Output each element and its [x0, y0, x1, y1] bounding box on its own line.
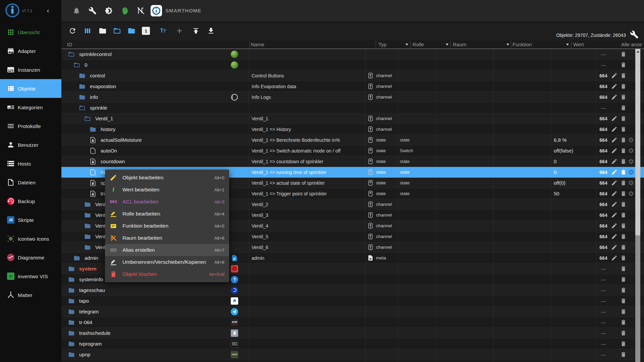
context-menu-item-raum-bearbeiten[interactable]: Raum bearbeitenAlt+6: [105, 232, 229, 244]
object-row-sprinkle[interactable]: sprinkle—: [61, 103, 644, 113]
delete-object-icon[interactable]: [620, 212, 627, 218]
custom-settings-gear-icon[interactable]: [628, 180, 634, 186]
delete-object-icon[interactable]: [620, 83, 627, 89]
tree-toggle[interactable]: [68, 328, 75, 338]
tree-toggle[interactable]: [90, 188, 96, 199]
sidebar-item-benutzer[interactable]: Benutzer: [0, 135, 61, 154]
delete-object-icon[interactable]: [620, 287, 627, 293]
object-row-history[interactable]: historyVentil_1 => Historychannel664: [61, 124, 644, 135]
expert-mode-icon[interactable]: [121, 7, 129, 15]
acl-badge[interactable]: 664: [597, 253, 609, 263]
acl-badge[interactable]: 664: [597, 145, 609, 156]
object-row-Ventil_1[interactable]: Ventil_1Ventil_1channel664: [61, 113, 644, 124]
tree-toggle[interactable]: [90, 135, 96, 145]
filter-dropdown-arrow-icon[interactable]: [446, 44, 448, 47]
context-menu-item-funktion-bearbeiten[interactable]: Funktion bearbeitenAlt+5: [105, 220, 229, 232]
acl-badge[interactable]: 664: [597, 242, 609, 252]
tree-toggle[interactable]: [90, 167, 96, 177]
delete-object-icon[interactable]: [620, 51, 627, 57]
tree-toggle[interactable]: [79, 92, 86, 102]
delete-object-icon[interactable]: [620, 341, 627, 347]
edit-object-icon[interactable]: [611, 158, 618, 165]
delete-object-icon[interactable]: [620, 265, 627, 272]
edit-object-icon[interactable]: [611, 137, 618, 143]
custom-settings-gear-icon[interactable]: [628, 169, 634, 175]
tree-toggle[interactable]: [84, 231, 91, 242]
acl-badge[interactable]: 664: [597, 81, 609, 92]
acl-badge[interactable]: 664: [597, 221, 609, 231]
delete-object-icon[interactable]: [620, 244, 627, 250]
context-menu-item-objekt-bearbeiten[interactable]: Objekt bearbeitenAlt+0: [105, 172, 229, 184]
tree-toggle[interactable]: [79, 81, 86, 92]
object-row-upnp[interactable]: upnpUPnP—: [61, 349, 644, 360]
tree-toggle[interactable]: [79, 70, 86, 81]
tree-toggle[interactable]: [68, 274, 75, 285]
acl-badge[interactable]: 664: [597, 231, 609, 242]
delete-object-icon[interactable]: [620, 351, 627, 358]
custom-settings-gear-icon[interactable]: [628, 158, 634, 165]
object-row-tvprogram[interactable]: tvprogramTV—: [61, 339, 644, 349]
object-row-actualSoilMoisture[interactable]: actualSoilMoistureVentil_1 => Berechnete…: [61, 135, 644, 145]
edit-object-icon[interactable]: [611, 233, 618, 240]
tree-toggle[interactable]: [68, 349, 75, 360]
edit-object-icon[interactable]: [611, 115, 618, 122]
edit-object-icon[interactable]: [611, 223, 618, 229]
delete-object-icon[interactable]: [620, 190, 627, 197]
acl-badge[interactable]: 664: [597, 70, 609, 81]
scrollbar-up-button[interactable]: [635, 49, 640, 54]
expand-all-button[interactable]: [113, 27, 121, 35]
tree-toggle[interactable]: [90, 156, 96, 167]
acl-badge[interactable]: 664: [597, 124, 609, 134]
delete-object-icon[interactable]: [620, 308, 627, 315]
object-row-tagesschau[interactable]: tagesschau—: [61, 285, 644, 296]
context-menu-item-wert-bearbeiten[interactable]: IWert bearbeitenAlt+1: [105, 184, 229, 196]
acl-badge[interactable]: 664: [597, 92, 609, 102]
delete-object-icon[interactable]: [620, 72, 627, 79]
tree-toggle[interactable]: [68, 306, 75, 317]
edit-object-icon[interactable]: [611, 180, 618, 186]
delete-object-icon[interactable]: [620, 94, 627, 100]
object-row-autoOn[interactable]: autoOnVentil_1 => Switch automatic mode …: [61, 145, 644, 156]
sidebar-item-diagramme[interactable]: Diagramme: [0, 248, 61, 267]
acl-badge[interactable]: 664: [597, 178, 609, 188]
column-header-rolle[interactable]: Rolle: [413, 42, 424, 47]
delete-object-icon[interactable]: [620, 330, 627, 336]
tree-toggle[interactable]: [84, 113, 91, 124]
tree-toggle[interactable]: [84, 221, 91, 231]
tree-toggle[interactable]: [84, 242, 91, 252]
object-row-info[interactable]: infoiInfo Logschannel664: [61, 92, 644, 103]
edit-object-icon[interactable]: [611, 83, 618, 89]
object-row-telegram[interactable]: telegram—: [61, 306, 644, 317]
context-menu-item-alias-erstellen[interactable]: Alias erstellenAlt+7: [105, 244, 229, 256]
edit-object-icon[interactable]: [611, 169, 618, 175]
column-header-raum[interactable]: Raum: [453, 42, 466, 47]
filter-dropdown-arrow-icon[interactable]: [566, 44, 569, 47]
acl-badge[interactable]: 664: [597, 199, 609, 209]
sidebar-item-objekte[interactable]: Objekte: [0, 79, 61, 98]
sidebar-collapse-chevron-icon[interactable]: ‹: [44, 6, 52, 15]
object-row-evaporation[interactable]: evaporationInfo Evaporation datachannel6…: [61, 81, 644, 92]
edit-object-icon[interactable]: [611, 147, 618, 154]
edit-object-icon[interactable]: [611, 255, 618, 261]
context-menu-item-umbenennen-verschieben-kopieren[interactable]: Umbenennen/Verschieben/KopierenAlt+8: [105, 256, 229, 268]
sidebar-item-icontwo-icons[interactable]: icontwo Icons: [0, 229, 61, 248]
tree-toggle[interactable]: [68, 263, 75, 274]
context-menu-item-objekt-löschen[interactable]: Objekt löschenAlt+Entf: [105, 268, 229, 280]
acl-badge[interactable]: 664: [597, 156, 609, 167]
tree-toggle[interactable]: [73, 60, 80, 70]
delete-object-icon[interactable]: [620, 255, 627, 261]
sidebar-item-dateien[interactable]: Dateien: [0, 173, 61, 192]
export-button[interactable]: [207, 27, 215, 35]
delete-object-icon[interactable]: [620, 169, 627, 175]
object-row-trashschedule[interactable]: trashschedule—: [61, 328, 644, 339]
sidebar-item-backup[interactable]: Backup: [0, 192, 61, 210]
column-header-typ[interactable]: Typ: [378, 42, 386, 47]
custom-settings-gear-icon[interactable]: [628, 147, 634, 154]
edit-object-icon[interactable]: [611, 94, 618, 100]
sidebar-item-übersicht[interactable]: Übersicht: [0, 23, 61, 42]
object-row-countdown[interactable]: countdownVentil_1 => countdown of sprink…: [61, 156, 644, 167]
custom-settings-gear-icon[interactable]: [628, 190, 634, 197]
sidebar-item-matter[interactable]: Matter: [0, 286, 61, 304]
edit-object-icon[interactable]: [611, 201, 618, 207]
add-object-button[interactable]: [175, 27, 183, 35]
